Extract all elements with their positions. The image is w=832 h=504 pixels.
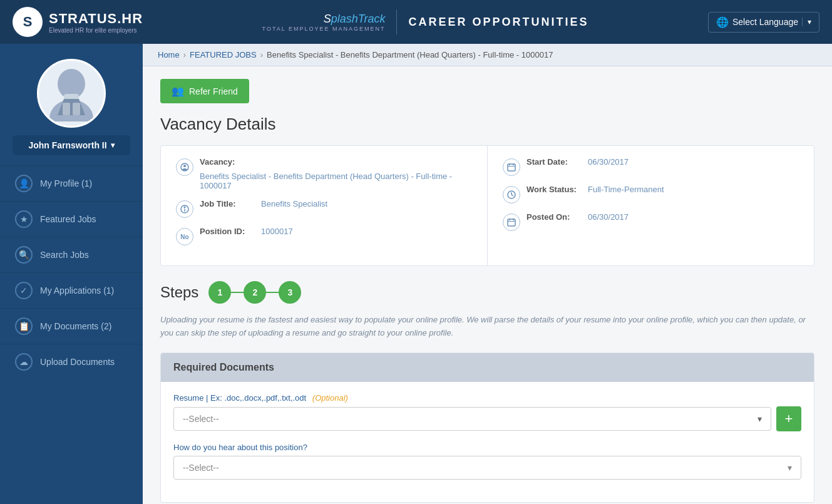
top-header: S STRATUS.HR Elevated HR for elite emplo… — [0, 0, 832, 44]
chevron-down-icon: ▾ — [802, 18, 811, 26]
svg-marker-3 — [58, 99, 85, 115]
posted-on-label: Posted On: — [526, 212, 583, 222]
nav-label-my-profile: My Profile (1) — [40, 178, 92, 188]
required-docs-section: Required Documents Resume | Ex: .doc,.do… — [160, 352, 814, 503]
hear-label: How do you hear about this position? — [173, 443, 801, 452]
posted-on-row: Posted On: 06/30/2017 — [503, 212, 799, 231]
job-title-label: Job Title: — [200, 199, 256, 208]
nav-label-my-applications: My Applications (1) — [40, 285, 114, 296]
lang-label: Select Language — [732, 17, 798, 27]
vacancy-right: Start Date: 06/30/2017 — [488, 146, 814, 265]
career-title: CAREER OPPORTUNITIES — [408, 16, 588, 29]
hear-field: How do you hear about this position? --S… — [173, 443, 801, 480]
resume-select-placeholder: --Select-- — [183, 414, 219, 424]
job-title-value: Benefits Specialist — [261, 199, 327, 208]
page-title: Vacancy Details — [160, 115, 814, 134]
sidebar-item-featured-jobs[interactable]: ★ Featured Jobs — [0, 201, 143, 237]
breadcrumb-home[interactable]: Home — [158, 50, 180, 59]
svg-point-7 — [183, 165, 186, 167]
step-2: 2 — [244, 281, 266, 304]
avatar — [37, 59, 106, 128]
sidebar-item-my-documents[interactable]: 📋 My Documents (2) — [0, 308, 143, 344]
refer-friend-button[interactable]: 👥 Refer Friend — [160, 79, 249, 103]
star-icon: ★ — [15, 210, 33, 228]
step-connector-1 — [231, 292, 244, 293]
vacancy-icon — [176, 158, 193, 176]
start-date-label: Start Date: — [526, 157, 583, 167]
svg-rect-5 — [73, 103, 80, 115]
sidebar-item-search-jobs[interactable]: 🔍 Search Jobs — [0, 237, 143, 272]
vacancy-card: Vacancy: Benefits Specialist - Benefits … — [160, 145, 814, 266]
position-id-label: Position ID: — [200, 227, 256, 236]
globe-icon: 🌐 — [716, 16, 729, 28]
user-dropdown-chevron: ▾ — [111, 141, 115, 150]
nav-label-upload-documents: Upload Documents — [40, 357, 115, 367]
steps-label: Steps — [160, 284, 198, 301]
resume-select[interactable]: --Select-- ▾ — [173, 407, 771, 431]
logo-circle: S — [13, 7, 43, 37]
sidebar-item-my-applications[interactable]: ✓ My Applications (1) — [0, 272, 143, 308]
header-divider — [396, 9, 397, 34]
breadcrumb-sep-1: › — [183, 50, 186, 59]
brand-name: STRATUS.HR — [49, 11, 143, 27]
work-status-label: Work Status: — [526, 185, 583, 194]
sidebar-item-my-profile[interactable]: 👤 My Profile (1) — [0, 165, 143, 201]
refer-icon: 👥 — [172, 85, 184, 97]
sidebar-item-upload-documents[interactable]: ☁ Upload Documents — [0, 344, 143, 379]
steps-description: Uploading your resume is the fastest and… — [160, 314, 814, 340]
nav-label-my-documents: My Documents (2) — [40, 321, 111, 331]
work-status-row: Work Status: Full-Time-Permanent — [503, 185, 799, 203]
splashtrack-name: SplashTrack — [324, 13, 386, 26]
svg-point-9 — [184, 207, 186, 208]
add-resume-button[interactable]: + — [776, 406, 801, 431]
refer-label: Refer Friend — [189, 86, 238, 96]
checkmark-icon: ✓ — [15, 282, 33, 299]
job-title-icon — [176, 200, 193, 218]
position-id-icon: No — [176, 228, 193, 245]
required-docs-header: Required Documents — [161, 353, 814, 382]
nav-label-featured-jobs: Featured Jobs — [40, 214, 96, 224]
language-selector[interactable]: 🌐 Select Language ▾ — [708, 12, 819, 33]
svg-line-17 — [511, 195, 513, 196]
nav-label-search-jobs: Search Jobs — [40, 250, 89, 260]
svg-rect-18 — [508, 219, 515, 226]
resume-label: Resume | Ex: .doc,.docx,.pdf,.txt,.odt (… — [173, 393, 801, 403]
vacancy-left: Vacancy: Benefits Specialist - Benefits … — [161, 146, 488, 265]
upload-icon: ☁ — [15, 353, 33, 371]
job-title-row: Job Title: Benefits Specialist — [176, 199, 472, 218]
breadcrumb-featured[interactable]: FEATURED JOBS — [190, 50, 257, 59]
user-dropdown[interactable]: John Farnsworth II ▾ — [13, 135, 130, 155]
step-connector-2 — [266, 292, 279, 293]
vacancy-row: Vacancy: Benefits Specialist - Benefits … — [176, 157, 472, 190]
brand-sub: Elevated HR for elite employers — [49, 27, 143, 34]
splashtrack-logo: SplashTrack TOTAL EMPLOYEE MANAGEMENT — [262, 13, 386, 32]
breadcrumb-current: Benefits Specialist - Benefits Departmen… — [267, 50, 553, 59]
logo-area: S STRATUS.HR Elevated HR for elite emplo… — [13, 7, 143, 37]
breadcrumb: Home › FEATURED JOBS › Benefits Speciali… — [143, 44, 832, 66]
page-content: 👥 Refer Friend Vacancy Details — [143, 66, 832, 504]
start-date-value: 06/30/2017 — [588, 157, 629, 167]
position-id-value: 1000017 — [261, 227, 293, 236]
calendar-icon — [503, 158, 520, 176]
profile-icon: 👤 — [15, 175, 33, 192]
position-id-row: No Position ID: 1000017 — [176, 227, 472, 245]
sidebar: John Farnsworth II ▾ 👤 My Profile (1) ★ … — [0, 44, 143, 504]
steps-circles: 1 2 3 — [208, 281, 301, 304]
avatar-svg — [46, 65, 96, 121]
clock-icon — [503, 186, 520, 203]
steps-title: Steps 1 2 3 — [160, 281, 814, 304]
posted-calendar-icon — [503, 213, 520, 231]
search-icon: 🔍 — [15, 246, 33, 264]
vacancy-value: Benefits Specialist - Benefits Departmen… — [200, 172, 472, 190]
steps-section: Steps 1 2 3 Uploading your resume is the… — [160, 281, 814, 340]
hear-select[interactable]: --Select-- ▾ — [173, 456, 801, 480]
breadcrumb-sep-2: › — [260, 50, 263, 59]
work-status-value: Full-Time-Permanent — [588, 185, 664, 194]
splashtrack-sub: TOTAL EMPLOYEE MANAGEMENT — [262, 26, 386, 32]
svg-rect-4 — [63, 103, 70, 115]
posted-on-value: 06/30/2017 — [588, 212, 629, 222]
svg-rect-11 — [508, 164, 515, 171]
step-1: 1 — [208, 281, 231, 304]
header-center: SplashTrack TOTAL EMPLOYEE MANAGEMENT CA… — [143, 9, 708, 34]
content-area: Home › FEATURED JOBS › Benefits Speciali… — [143, 44, 832, 504]
